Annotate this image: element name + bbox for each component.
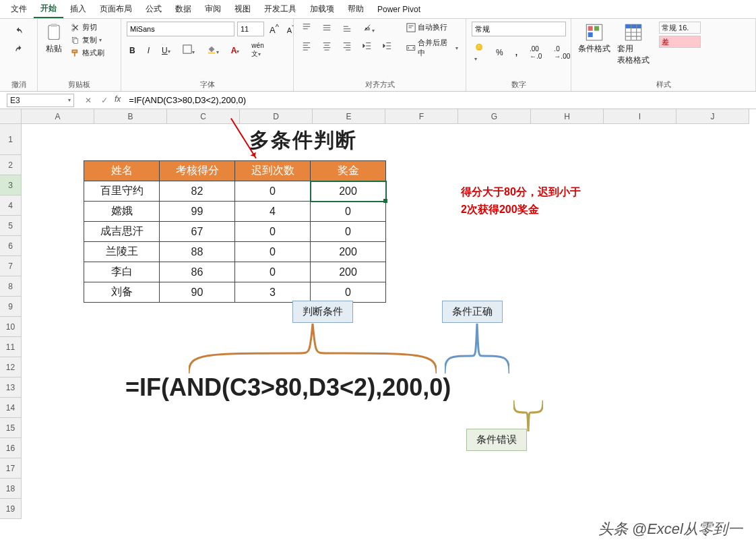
table-cell[interactable]: 0 — [235, 262, 311, 282]
redo-button[interactable] — [11, 44, 26, 58]
table-cell[interactable]: 200 — [311, 181, 386, 202]
table-cell[interactable]: 兰陵王 — [84, 242, 160, 262]
row-header[interactable]: 9 — [0, 297, 22, 317]
row-header[interactable]: 16 — [0, 438, 22, 458]
font-size-select[interactable] — [237, 22, 264, 36]
fx-icon[interactable]: fx — [115, 94, 121, 107]
column-header[interactable]: G — [458, 109, 531, 124]
row-header[interactable]: 11 — [0, 337, 22, 357]
increase-decimal-icon[interactable]: .00←.0 — [527, 44, 544, 61]
table-cell[interactable]: 刘备 — [84, 282, 160, 303]
format-painter-button[interactable]: 格式刷 — [69, 47, 106, 59]
row-header[interactable]: 2 — [0, 155, 22, 175]
table-cell[interactable]: 李白 — [84, 262, 160, 282]
phonetic-button[interactable]: wén文▾ — [249, 40, 266, 60]
tab-devtools[interactable]: 开发工具 — [257, 1, 303, 18]
row-header[interactable]: 8 — [0, 276, 22, 297]
font-name-select[interactable] — [127, 22, 234, 36]
copy-button[interactable]: 复制▾ — [69, 34, 106, 46]
cut-button[interactable]: 剪切 — [69, 22, 106, 33]
table-cell[interactable]: 82 — [160, 181, 235, 202]
tab-home[interactable]: 开始 — [34, 0, 63, 18]
row-header[interactable]: 3 — [0, 175, 22, 195]
undo-button[interactable] — [11, 26, 26, 40]
row-header[interactable]: 17 — [0, 458, 22, 479]
increase-font-icon[interactable]: A^ — [267, 22, 282, 36]
row-header[interactable]: 15 — [0, 418, 22, 438]
column-header[interactable]: H — [531, 109, 604, 124]
tab-layout[interactable]: 页面布局 — [93, 1, 139, 18]
align-top-icon[interactable] — [299, 22, 314, 36]
fill-color-button[interactable]: ▾ — [204, 43, 222, 57]
currency-icon[interactable]: 🪙▾ — [472, 40, 486, 64]
column-header[interactable]: F — [385, 109, 458, 124]
italic-button[interactable]: I — [145, 44, 152, 57]
column-header[interactable]: E — [313, 109, 385, 124]
table-cell[interactable]: 90 — [160, 282, 235, 303]
border-button[interactable]: ▾ — [180, 43, 197, 57]
row-header[interactable]: 6 — [0, 236, 22, 256]
paste-button[interactable]: 粘贴 — [43, 22, 65, 56]
table-cell[interactable]: 86 — [160, 262, 235, 282]
cell-style-bad[interactable]: 差 — [659, 36, 701, 48]
orientation-icon[interactable]: ab▾ — [360, 22, 377, 36]
select-all-corner[interactable] — [0, 109, 22, 124]
tab-addins[interactable]: 加载项 — [303, 1, 341, 18]
table-cell[interactable]: 200 — [311, 242, 386, 262]
align-bottom-icon[interactable] — [340, 22, 354, 36]
table-cell[interactable]: 嫦娥 — [84, 202, 160, 222]
number-format-select[interactable] — [472, 22, 566, 36]
row-header[interactable]: 12 — [0, 357, 22, 377]
table-cell[interactable]: 0 — [311, 222, 386, 242]
wrap-text-button[interactable]: 自动换行 — [404, 22, 460, 33]
tab-view[interactable]: 视图 — [228, 1, 257, 18]
row-header[interactable]: 4 — [0, 195, 22, 216]
row-header[interactable]: 13 — [0, 377, 22, 398]
column-header[interactable]: C — [167, 109, 240, 124]
comma-icon[interactable]: , — [513, 47, 520, 59]
row-header[interactable]: 19 — [0, 499, 22, 519]
indent-increase-icon[interactable] — [380, 40, 395, 54]
table-cell[interactable]: 0 — [311, 282, 386, 303]
name-box[interactable]: E3▾ — [7, 94, 74, 107]
align-left-icon[interactable] — [299, 40, 314, 54]
table-cell[interactable]: 88 — [160, 242, 235, 262]
tab-help[interactable]: 帮助 — [341, 1, 371, 18]
align-right-icon[interactable] — [340, 40, 354, 54]
column-header[interactable]: B — [94, 109, 167, 124]
indent-decrease-icon[interactable] — [360, 40, 375, 54]
row-header[interactable]: 7 — [0, 256, 22, 276]
underline-button[interactable]: U▾ — [159, 44, 173, 57]
table-cell[interactable]: 4 — [235, 202, 311, 222]
table-cell[interactable]: 0 — [311, 202, 386, 222]
cancel-formula-icon[interactable]: ✕ — [82, 94, 94, 107]
conditional-format-button[interactable]: 条件格式 — [577, 22, 612, 56]
row-header[interactable]: 1 — [0, 124, 22, 155]
formula-input[interactable] — [125, 94, 756, 107]
column-header[interactable]: J — [676, 109, 749, 124]
align-center-icon[interactable] — [319, 40, 334, 54]
table-cell[interactable]: 百里守约 — [84, 181, 160, 202]
table-cell[interactable]: 67 — [160, 222, 235, 242]
table-cell[interactable]: 0 — [235, 222, 311, 242]
accept-formula-icon[interactable]: ✓ — [98, 94, 111, 107]
column-header[interactable]: A — [22, 109, 94, 124]
tab-insert[interactable]: 插入 — [63, 1, 93, 18]
merge-center-button[interactable]: 合并后居中▾ — [404, 37, 460, 59]
row-header[interactable]: 18 — [0, 479, 22, 499]
table-cell[interactable]: 99 — [160, 202, 235, 222]
table-cell[interactable]: 0 — [235, 242, 311, 262]
tab-formulas[interactable]: 公式 — [139, 1, 168, 18]
tab-file[interactable]: 文件 — [4, 1, 34, 18]
column-header[interactable]: I — [604, 109, 676, 124]
table-cell[interactable]: 3 — [235, 282, 311, 303]
row-header[interactable]: 10 — [0, 317, 22, 337]
table-cell[interactable]: 200 — [311, 262, 386, 282]
spreadsheet-grid[interactable]: ABCDEFGHIJ 12345678910111213141516171819… — [0, 109, 756, 546]
bold-button[interactable]: B — [127, 44, 138, 57]
percent-icon[interactable]: % — [493, 47, 506, 59]
tab-powerpivot[interactable]: Power Pivot — [371, 2, 427, 17]
cell-style-normal[interactable]: 常规 16. — [659, 22, 701, 34]
tab-data[interactable]: 数据 — [168, 1, 198, 18]
align-middle-icon[interactable] — [319, 22, 334, 36]
